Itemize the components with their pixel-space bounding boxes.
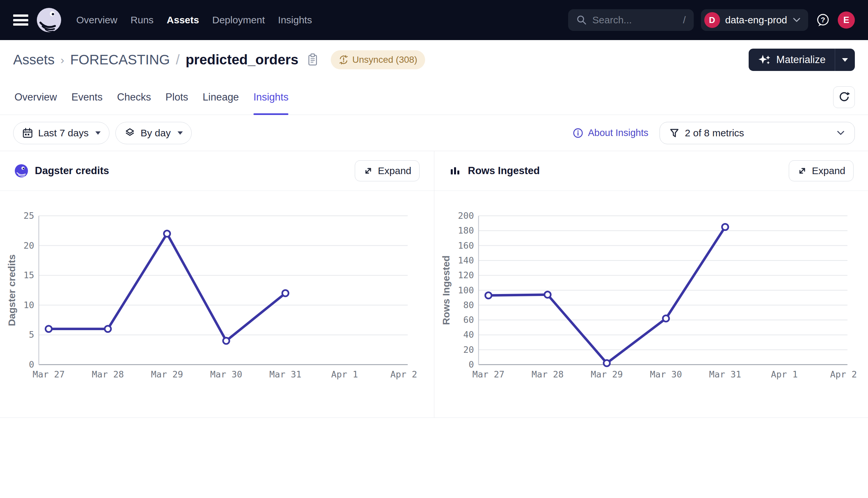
- svg-text:40: 40: [463, 329, 474, 340]
- filter-right-group: About Insights 2 of 8 metrics: [572, 122, 855, 144]
- expand-icon: [363, 166, 373, 176]
- dagster-octopus-icon: [36, 7, 62, 33]
- search-box[interactable]: /: [568, 9, 694, 31]
- breadcrumb-group-link[interactable]: FORECASTING: [70, 52, 170, 68]
- svg-text:Apr 2: Apr 2: [830, 369, 857, 379]
- metrics-select[interactable]: 2 of 8 metrics: [660, 122, 855, 144]
- filter-funnel-icon: [669, 128, 680, 138]
- org-switcher[interactable]: D data-eng-prod: [701, 9, 808, 31]
- svg-text:Mar 31: Mar 31: [709, 369, 741, 379]
- search-icon: [576, 14, 587, 26]
- org-avatar: D: [704, 12, 720, 28]
- nav-item-assets[interactable]: Assets: [167, 14, 199, 26]
- primary-nav: Overview Runs Assets Deployment Insights: [76, 14, 312, 26]
- tab-checks[interactable]: Checks: [117, 79, 151, 115]
- svg-text:Mar 31: Mar 31: [269, 369, 302, 379]
- nav-item-overview[interactable]: Overview: [76, 14, 117, 26]
- org-name: data-eng-prod: [725, 14, 787, 26]
- expand-icon: [797, 166, 807, 176]
- date-range-filter[interactable]: Last 7 days: [13, 122, 110, 144]
- line-chart-dagster-credits: 0510152025Mar 27Mar 28Mar 29Mar 30Mar 31…: [0, 191, 434, 418]
- search-input[interactable]: [592, 14, 679, 26]
- calendar-icon: [22, 128, 33, 139]
- breadcrumb-assets-link[interactable]: Assets: [13, 52, 54, 68]
- svg-text:160: 160: [458, 240, 474, 251]
- materialize-split-button: Materialize: [749, 49, 855, 71]
- tab-plots[interactable]: Plots: [165, 79, 188, 115]
- svg-text:20: 20: [463, 344, 474, 355]
- svg-text:Mar 28: Mar 28: [92, 369, 124, 379]
- chart-title: Rows Ingested: [468, 165, 540, 177]
- nav-item-runs[interactable]: Runs: [130, 14, 154, 26]
- asset-name: predicted_orders: [186, 52, 298, 68]
- hamburger-menu-button[interactable]: [13, 14, 28, 26]
- refresh-button[interactable]: [833, 87, 855, 108]
- clipboard-icon: [307, 53, 318, 66]
- info-icon: [572, 128, 584, 139]
- svg-text:100: 100: [458, 285, 474, 295]
- insights-filter-bar: Last 7 days By day About Insights: [0, 115, 868, 151]
- search-shortcut-hint: /: [683, 14, 686, 26]
- chevron-down-icon: [836, 130, 845, 136]
- sync-alert-icon: [339, 55, 348, 65]
- top-nav: Overview Runs Assets Deployment Insights…: [0, 0, 868, 40]
- dagster-logo[interactable]: [36, 7, 62, 33]
- svg-text:Mar 30: Mar 30: [210, 369, 242, 379]
- svg-text:Mar 29: Mar 29: [591, 369, 623, 379]
- nav-right-group: / D data-eng-prod ? E: [568, 9, 855, 31]
- svg-text:15: 15: [23, 270, 34, 280]
- unsynced-status-badge[interactable]: Unsynced (308): [331, 50, 425, 69]
- about-insights-link[interactable]: About Insights: [572, 128, 648, 139]
- tab-overview[interactable]: Overview: [14, 79, 57, 115]
- sparkles-icon: [758, 53, 771, 66]
- metrics-select-value: 2 of 8 metrics: [685, 128, 744, 139]
- date-range-label: Last 7 days: [38, 128, 88, 139]
- dagster-app: Overview Runs Assets Deployment Insights…: [0, 0, 868, 418]
- help-icon: ?: [815, 12, 830, 28]
- nav-item-insights[interactable]: Insights: [278, 14, 312, 26]
- refresh-icon: [838, 91, 850, 104]
- materialize-dropdown-button[interactable]: [835, 49, 855, 71]
- chart-card-header: Rows Ingested Expand: [434, 151, 868, 191]
- svg-text:Mar 29: Mar 29: [151, 369, 183, 379]
- asset-header-row: Assets › FORECASTING / predicted_orders: [0, 40, 868, 79]
- svg-text:Apr 1: Apr 1: [771, 369, 797, 379]
- svg-text:0: 0: [469, 359, 474, 369]
- svg-text:5: 5: [29, 329, 34, 340]
- svg-text:Rows Ingested: Rows Ingested: [441, 255, 451, 325]
- tab-lineage[interactable]: Lineage: [203, 79, 239, 115]
- svg-text:Dagster credits: Dagster credits: [6, 254, 17, 326]
- help-button[interactable]: ?: [815, 12, 830, 28]
- dagster-credits-icon: [14, 164, 28, 178]
- line-chart-rows-ingested: 020406080100120140160180200Mar 27Mar 28M…: [434, 191, 868, 418]
- expand-button[interactable]: Expand: [789, 160, 854, 181]
- tab-events[interactable]: Events: [71, 79, 103, 115]
- granularity-label: By day: [140, 128, 171, 139]
- svg-text:0: 0: [29, 359, 34, 369]
- breadcrumb-slash: /: [176, 52, 180, 68]
- copy-asset-name-button[interactable]: [307, 53, 318, 66]
- about-insights-label: About Insights: [588, 128, 648, 138]
- chart-card-dagster-credits: Dagster credits Expand 0510152025Mar 27M…: [0, 151, 434, 418]
- granularity-filter[interactable]: By day: [115, 122, 192, 144]
- svg-text:Mar 27: Mar 27: [472, 369, 505, 379]
- expand-label: Expand: [812, 165, 845, 176]
- svg-text:60: 60: [463, 315, 474, 325]
- svg-text:Apr 1: Apr 1: [331, 369, 358, 379]
- svg-text:25: 25: [23, 211, 34, 221]
- svg-text:Mar 30: Mar 30: [650, 369, 682, 379]
- svg-text:Apr 2: Apr 2: [390, 369, 417, 379]
- svg-text:120: 120: [458, 270, 474, 280]
- materialize-label: Materialize: [776, 54, 826, 66]
- svg-text:200: 200: [458, 211, 474, 221]
- svg-text:Mar 27: Mar 27: [33, 369, 65, 379]
- tab-insights[interactable]: Insights: [254, 79, 289, 115]
- expand-label: Expand: [378, 165, 411, 176]
- expand-button[interactable]: Expand: [355, 160, 420, 181]
- materialize-button[interactable]: Materialize: [749, 49, 835, 71]
- svg-text:Mar 28: Mar 28: [532, 369, 564, 379]
- svg-text:?: ?: [821, 16, 825, 24]
- breadcrumb: Assets › FORECASTING / predicted_orders: [13, 50, 425, 69]
- nav-item-deployment[interactable]: Deployment: [212, 14, 265, 26]
- user-avatar[interactable]: E: [838, 12, 855, 29]
